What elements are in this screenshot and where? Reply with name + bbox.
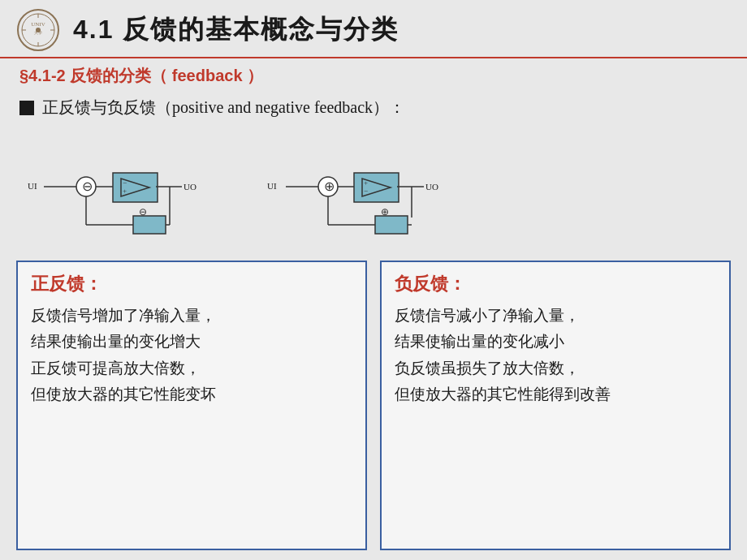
negative-feedback-title: 负反馈： (395, 272, 716, 296)
negative-feedback-content: 反馈信号减小了净输入量， 结果使输出量的变化减小 负反馈虽损失了放大倍数， 但使… (395, 303, 716, 407)
negative-line-4: 但使放大器的其它性能得到改善 (395, 381, 716, 407)
topic-line: 正反馈与负反馈（positive and negative feedback）： (0, 93, 747, 123)
negative-line-3: 负反馈虽损失了放大倍数， (395, 355, 716, 381)
header: UNIV 大学 4.1 反馈的基本概念与分类 (0, 0, 747, 58)
svg-text:UNIV: UNIV (31, 21, 45, 28)
bottom-boxes: 正反馈： 反馈信号增加了净输入量， 结果使输出量的变化增大 正反馈可提高放大倍数… (0, 261, 747, 560)
svg-text:⊖: ⊖ (139, 206, 147, 218)
slide: UNIV 大学 4.1 反馈的基本概念与分类 §4.1-2 反馈的分类（ fee… (0, 0, 747, 560)
negative-line-2: 结果使输出量的变化减小 (395, 329, 716, 355)
university-logo: UNIV 大学 (16, 8, 60, 52)
diagram-negative-feedback: UI ⊕ + − UO (263, 128, 490, 254)
positive-feedback-box: 正反馈： 反馈信号增加了净输入量， 结果使输出量的变化增大 正反馈可提高放大倍数… (16, 261, 367, 550)
negative-feedback-box: 负反馈： 反馈信号减小了净输入量， 结果使输出量的变化减小 负反馈虽损失了放大倍… (380, 261, 731, 550)
svg-text:⊖: ⊖ (82, 179, 93, 193)
svg-text:+: + (364, 179, 368, 187)
svg-text:UI: UI (28, 181, 37, 191)
positive-line-4: 但使放大器的其它性能变坏 (31, 381, 352, 407)
svg-text:⊕: ⊕ (381, 206, 389, 218)
svg-text:⊕: ⊕ (324, 179, 335, 193)
positive-feedback-title: 正反馈： (31, 272, 352, 296)
svg-text:UO: UO (425, 182, 438, 192)
svg-point-4 (36, 28, 41, 32)
positive-line-3: 正反馈可提高放大倍数， (31, 355, 352, 381)
svg-text:UO: UO (184, 182, 196, 192)
checkbox-icon (19, 101, 34, 115)
svg-text:−: − (123, 179, 127, 187)
positive-line-1: 反馈信号增加了净输入量， (31, 303, 352, 329)
svg-text:UI: UI (267, 181, 277, 191)
page-title: 4.1 反馈的基本概念与分类 (73, 12, 399, 48)
positive-feedback-content: 反馈信号增加了净输入量， 结果使输出量的变化增大 正反馈可提高放大倍数， 但使放… (31, 303, 352, 407)
negative-line-1: 反馈信号减小了净输入量， (395, 303, 716, 329)
positive-line-2: 结果使输出量的变化增大 (31, 329, 352, 355)
diagrams-area: UI ⊖ − + (0, 123, 747, 261)
topic-text: 正反馈与负反馈（positive and negative feedback）： (42, 97, 405, 118)
svg-text:−: − (364, 187, 368, 195)
svg-rect-39 (375, 216, 408, 234)
diagram-positive-feedback: UI ⊖ − + (19, 128, 231, 254)
section-subtitle: §4.1-2 反馈的分类（ feedback ） (0, 58, 747, 93)
svg-rect-21 (133, 216, 166, 234)
svg-text:+: + (123, 187, 127, 195)
